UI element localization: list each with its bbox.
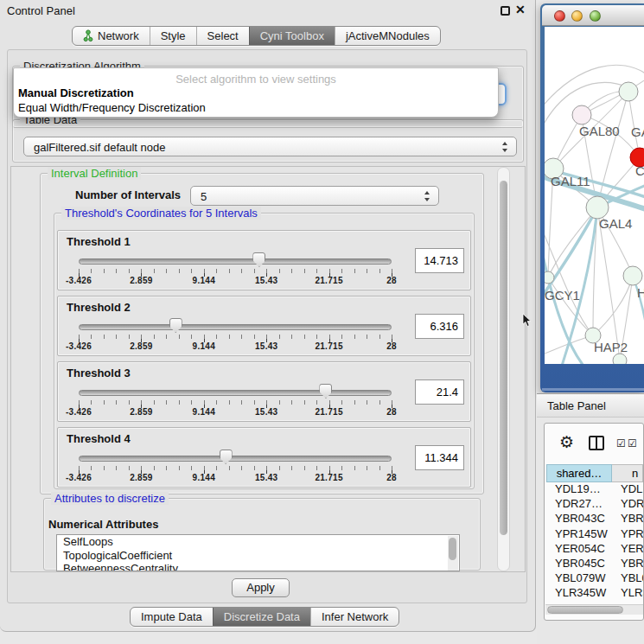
network-node[interactable] xyxy=(572,105,591,124)
zoom-traffic-light-icon[interactable] xyxy=(590,10,601,22)
threshold-panel-1: Threshold 1-3.4262.8599.14415.4321.71528… xyxy=(57,230,471,290)
numerical-attributes-list[interactable]: SelfLoopsTopologicalCoefficientBetweenne… xyxy=(56,534,460,571)
slider-thumb[interactable] xyxy=(252,252,265,267)
tab-select[interactable]: Select xyxy=(196,27,249,45)
stepper-arrows-icon xyxy=(502,142,508,152)
tick-label: -3.426 xyxy=(66,341,92,351)
checkbox-icon[interactable]: ☑ xyxy=(616,437,626,450)
list-vertical-scrollbar[interactable] xyxy=(448,536,458,571)
tick-label: 21.715 xyxy=(315,407,342,417)
tab-label: Discretize Data xyxy=(224,610,300,623)
scrollbar-thumb[interactable] xyxy=(547,606,623,614)
threshold-value-field[interactable]: 11.344 xyxy=(415,445,464,470)
tick-label: 2.859 xyxy=(130,407,153,417)
tick-label: -3.426 xyxy=(66,473,92,482)
tab-infer-network[interactable]: Infer Network xyxy=(310,608,399,626)
cell-shared-name: YER054C xyxy=(546,542,612,557)
close-traffic-light-icon[interactable] xyxy=(554,10,565,22)
interval-definition-title: Interval Definition xyxy=(48,167,141,180)
cell-shared-name: YBR043C xyxy=(546,512,612,526)
attribute-item-selfloops[interactable]: SelfLoops xyxy=(57,535,459,549)
threshold-label: Threshold 3 xyxy=(67,367,131,379)
table-header-row: shared… n xyxy=(546,464,643,482)
slider-track[interactable] xyxy=(79,324,392,330)
number-of-intervals-value: 5 xyxy=(201,189,207,202)
vertical-scrollbar[interactable] xyxy=(497,167,510,571)
network-node[interactable] xyxy=(545,271,554,284)
top-tab-strip: NetworkStyleSelectCyni ToolboxjActiveMNo… xyxy=(72,26,441,46)
float-window-icon[interactable] xyxy=(501,6,510,16)
slider-thumb[interactable] xyxy=(220,450,233,464)
bottom-tab-strip: Impute DataDiscretize DataInfer Network xyxy=(130,607,399,627)
gear-icon[interactable]: ⚙ xyxy=(559,432,574,452)
tab-network[interactable]: Network xyxy=(73,27,150,45)
algorithm-option-equal-width-frequency-discretization[interactable]: Equal Width/Frequency Discretization xyxy=(18,101,206,114)
tick-label: 21.715 xyxy=(315,341,342,351)
tick-label: 2.859 xyxy=(130,341,153,351)
table-rows: YDL19…YDL1YDR27…YDR2YBR043CYBR0YPR145WYP… xyxy=(546,482,643,604)
cell-shared-name: YPR145W xyxy=(546,527,612,542)
network-node[interactable] xyxy=(623,266,642,285)
tick-label: 28 xyxy=(386,276,397,285)
table-row[interactable]: YBR043CYBR0 xyxy=(546,512,643,526)
tick-label: 28 xyxy=(386,473,397,482)
cell-name: YBL0 xyxy=(612,571,643,586)
threshold-value-field[interactable]: 21.4 xyxy=(415,379,464,405)
tab-jactivemnodules[interactable]: jActiveMNodules xyxy=(335,27,440,45)
network-node[interactable] xyxy=(613,354,627,364)
table-row[interactable]: YPR145WYPR1 xyxy=(546,527,643,542)
tick-label: 28 xyxy=(386,341,397,351)
threshold-panel-4: Threshold 4-3.4262.8599.14415.4321.71528… xyxy=(57,427,471,488)
algorithm-placeholder-option[interactable]: Select algorithm to view settings xyxy=(14,73,498,86)
tick-label: 9.144 xyxy=(193,473,216,482)
slider-thumb[interactable] xyxy=(169,318,182,333)
tick-label: 28 xyxy=(386,407,397,417)
column-header-shared-name[interactable]: shared… xyxy=(546,464,612,482)
attribute-item-betweennesscentrality[interactable]: BetweennessCentrality xyxy=(57,562,459,571)
node-label: GAL4 xyxy=(599,216,632,231)
slider-track[interactable] xyxy=(79,258,392,265)
threshold-value-field[interactable]: 14.713 xyxy=(415,248,464,273)
network-canvas[interactable]: GAL80GACGAL11GAL4GCY1HHAP2 xyxy=(545,27,644,364)
network-node[interactable] xyxy=(619,82,638,101)
cell-shared-name: YLR345W xyxy=(546,586,612,601)
column-header-name[interactable]: n xyxy=(612,464,643,482)
apply-button[interactable]: Apply xyxy=(232,578,290,597)
horizontal-scrollbar[interactable] xyxy=(545,604,643,615)
slider-track[interactable] xyxy=(79,456,392,462)
network-graph: GAL80GACGAL11GAL4GCY1HHAP2 xyxy=(545,27,644,364)
close-icon[interactable]: ✕ xyxy=(515,3,526,16)
threshold-panel-3: Threshold 3-3.4262.8599.14415.4321.71528… xyxy=(57,361,471,422)
scrollbar-thumb[interactable] xyxy=(500,181,507,535)
minimize-traffic-light-icon[interactable] xyxy=(571,10,583,22)
slider-ticks xyxy=(79,269,393,277)
threshold-value-field[interactable]: 6.316 xyxy=(415,314,464,339)
scrollbar-thumb[interactable] xyxy=(449,538,456,560)
table-row[interactable]: YDR27…YDR2 xyxy=(546,497,643,512)
tab-discretize-data[interactable]: Discretize Data xyxy=(213,608,310,626)
slider-thumb[interactable] xyxy=(319,384,332,399)
attribute-item-topologicalcoefficient[interactable]: TopologicalCoefficient xyxy=(57,549,459,563)
table-row[interactable]: YBL079WYBL0 xyxy=(546,571,643,586)
tab-cyni-toolbox[interactable]: Cyni Toolbox xyxy=(249,27,335,45)
columns-icon[interactable] xyxy=(589,436,604,450)
control-panel-window: Control Panel ✕ NetworkStyleSelectCyni T… xyxy=(0,0,536,632)
table-row[interactable]: YBR045CYBR0 xyxy=(546,557,643,571)
slider-track[interactable] xyxy=(79,390,392,396)
algorithm-option-manual-discretization[interactable]: Manual Discretization xyxy=(18,86,134,99)
tab-style[interactable]: Style xyxy=(150,27,196,45)
table-data-combobox[interactable]: galFiltered.sif default node xyxy=(23,137,517,156)
table-row[interactable]: YER054CYER0 xyxy=(546,542,643,557)
number-of-intervals-combobox[interactable]: 5 xyxy=(190,186,439,206)
tab-impute-data[interactable]: Impute Data xyxy=(131,608,213,626)
tick-label: 15.43 xyxy=(255,276,278,285)
tab-label: Network xyxy=(98,29,139,42)
node-label: C xyxy=(635,163,644,178)
thresholds-coordinates-title: Threshold's Coordinates for 5 Intervals xyxy=(61,207,261,220)
table-row[interactable]: YDL19…YDL1 xyxy=(546,482,643,497)
cell-name: YLR3 xyxy=(612,586,643,601)
checkbox-icon[interactable]: ☑ xyxy=(628,437,637,450)
network-window-titlebar xyxy=(542,5,644,26)
tab-label: Impute Data xyxy=(141,610,202,623)
table-row[interactable]: YLR345WYLR3 xyxy=(546,586,643,601)
